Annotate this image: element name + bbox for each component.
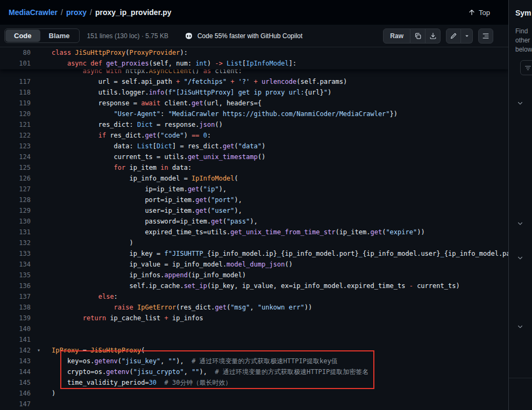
file-view: MediaCrawler / proxy / proxy_ip_provider… bbox=[0, 0, 508, 410]
edit-file-button[interactable] bbox=[446, 28, 461, 44]
fold-spacer bbox=[31, 87, 52, 98]
line-number[interactable]: 135 bbox=[0, 270, 31, 280]
fold-spacer bbox=[31, 184, 52, 195]
download-icon bbox=[429, 32, 437, 40]
line-number[interactable]: 125 bbox=[0, 162, 31, 173]
line-number[interactable]: 134 bbox=[0, 259, 31, 270]
raw-button[interactable]: Raw bbox=[383, 28, 410, 44]
chevron-down-icon[interactable] bbox=[517, 323, 523, 330]
line-number[interactable]: 146 bbox=[0, 388, 31, 399]
breadcrumb-dir-link[interactable]: proxy bbox=[66, 8, 87, 17]
code-text: self.ip_cache.set_ip(ip_key, ip_value, e… bbox=[52, 280, 508, 291]
arrow-up-icon bbox=[468, 9, 476, 16]
fold-spacer bbox=[31, 302, 52, 313]
pencil-icon bbox=[450, 32, 457, 40]
line-number[interactable]: 124 bbox=[0, 152, 31, 162]
line-number[interactable]: 130 bbox=[0, 216, 31, 227]
fold-spacer bbox=[31, 130, 52, 141]
symbols-panel-toggle-button[interactable] bbox=[478, 28, 493, 44]
code-text: ip_key = f"JISUHTTP_{ip_info_model.ip}_{… bbox=[52, 248, 508, 259]
line-number[interactable]: 127 bbox=[0, 184, 31, 195]
line-number[interactable]: 123 bbox=[0, 141, 31, 152]
fold-spacer bbox=[31, 162, 52, 173]
breadcrumb-repo-link[interactable]: MediaCrawler bbox=[9, 8, 58, 17]
fold-spacer bbox=[31, 259, 52, 270]
code-text: ip_info_model = IpInfoModel( bbox=[52, 173, 508, 184]
code-line: 136 self.ip_cache.set_ip(ip_key, ip_valu… bbox=[0, 280, 508, 291]
line-number[interactable]: 131 bbox=[0, 227, 31, 238]
chevron-down-icon[interactable] bbox=[517, 220, 523, 227]
line-number[interactable]: 133 bbox=[0, 248, 31, 259]
line-number[interactable]: 122 bbox=[0, 130, 31, 141]
fold-spacer bbox=[31, 98, 52, 109]
fold-spacer bbox=[31, 313, 52, 323]
breadcrumb-separator: / bbox=[90, 8, 92, 17]
copilot-banner[interactable]: Code 55% faster with GitHub Copilot bbox=[185, 32, 302, 40]
fold-spacer bbox=[31, 291, 52, 302]
line-number[interactable]: 132 bbox=[0, 238, 31, 248]
fold-spacer bbox=[31, 216, 52, 227]
line-number[interactable]: 129 bbox=[0, 205, 31, 216]
fold-spacer bbox=[31, 76, 52, 87]
fold-spacer bbox=[31, 356, 52, 366]
chevron-down-icon[interactable] bbox=[517, 100, 523, 106]
line-number[interactable] bbox=[0, 69, 31, 76]
symbols-filter-input[interactable] bbox=[520, 60, 532, 75]
tab-blame[interactable]: Blame bbox=[40, 30, 79, 42]
tab-code[interactable]: Code bbox=[5, 30, 40, 42]
code-line: 139 return ip_cache_list + ip_infos bbox=[0, 313, 508, 323]
line-number[interactable]: 144 bbox=[0, 366, 31, 377]
code-text: ip=ip_item.get("ip"), bbox=[52, 184, 508, 195]
line-number[interactable]: 145 bbox=[0, 377, 31, 388]
fold-spacer bbox=[31, 195, 52, 205]
clipped-line-inner: async with httpx.AsyncClient() as client… bbox=[0, 69, 508, 76]
line-number[interactable]: 147 bbox=[0, 399, 31, 409]
back-to-top-button[interactable]: Top bbox=[468, 9, 490, 17]
symbols-panel-divider bbox=[509, 378, 532, 378]
back-to-top-label: Top bbox=[479, 9, 490, 17]
file-header-bar: MediaCrawler / proxy / proxy_ip_provider… bbox=[0, 0, 508, 25]
line-number[interactable]: 141 bbox=[0, 334, 31, 345]
line-number[interactable]: 139 bbox=[0, 313, 31, 323]
line-number[interactable]: 101 bbox=[0, 58, 31, 69]
code-text: raise IpGetError(res_dict.get("msg", "un… bbox=[52, 302, 508, 313]
line-number[interactable]: 117 bbox=[0, 76, 31, 87]
edit-options-button[interactable] bbox=[461, 28, 473, 44]
code-line: 130 password=ip_item.get("pass"), bbox=[0, 216, 508, 227]
panel-toggle-group bbox=[478, 28, 493, 44]
sticky-lines: 80class JiSuHttpProxy(ProxyProvider):101… bbox=[0, 47, 508, 69]
line-number[interactable]: 136 bbox=[0, 280, 31, 291]
symbols-description-line: Find bbox=[515, 27, 532, 36]
line-number[interactable]: 137 bbox=[0, 291, 31, 302]
code-text: password=ip_item.get("pass"), bbox=[52, 216, 508, 227]
code-line: 126 ip_info_model = IpInfoModel( bbox=[0, 173, 508, 184]
line-number[interactable]: 138 bbox=[0, 302, 31, 313]
fold-chevron-icon[interactable]: ▾ bbox=[31, 345, 52, 356]
download-raw-button[interactable] bbox=[425, 28, 441, 44]
chevron-down-icon[interactable] bbox=[517, 255, 523, 261]
line-number[interactable]: 126 bbox=[0, 173, 31, 184]
line-number[interactable]: 121 bbox=[0, 119, 31, 130]
code-text: "User-Agent": "MediaCrawler https://gith… bbox=[52, 109, 508, 119]
code-text: port=ip_item.get("port"), bbox=[52, 195, 508, 205]
line-number[interactable]: 142 bbox=[0, 345, 31, 356]
code-lines: 117 url = self.api_path + "/fetchips" + … bbox=[0, 76, 508, 409]
line-number[interactable]: 128 bbox=[0, 195, 31, 205]
code-line: 122 if res_dict.get("code") == 0: bbox=[0, 130, 508, 141]
line-number[interactable]: 140 bbox=[0, 323, 31, 334]
code-text: time_validity_period=30 # 30分钟（最长时效） bbox=[52, 377, 508, 388]
symbols-description-line: below bbox=[515, 45, 532, 54]
code-text: async def get_proxies(self, num: int) ->… bbox=[52, 58, 508, 69]
filter-icon bbox=[524, 64, 531, 71]
line-number[interactable]: 118 bbox=[0, 87, 31, 98]
symbols-panel: Sym Find other below bbox=[508, 0, 532, 410]
line-number[interactable]: 143 bbox=[0, 356, 31, 366]
code-line: 101 async def get_proxies(self, num: int… bbox=[0, 58, 508, 69]
edit-button-group bbox=[446, 28, 473, 44]
copy-raw-button[interactable] bbox=[410, 28, 425, 44]
line-number[interactable]: 119 bbox=[0, 98, 31, 109]
code-line: 120 "User-Agent": "MediaCrawler https://… bbox=[0, 109, 508, 119]
line-number[interactable]: 80 bbox=[0, 47, 31, 58]
line-number[interactable]: 120 bbox=[0, 109, 31, 119]
code-line: 146) bbox=[0, 388, 508, 399]
